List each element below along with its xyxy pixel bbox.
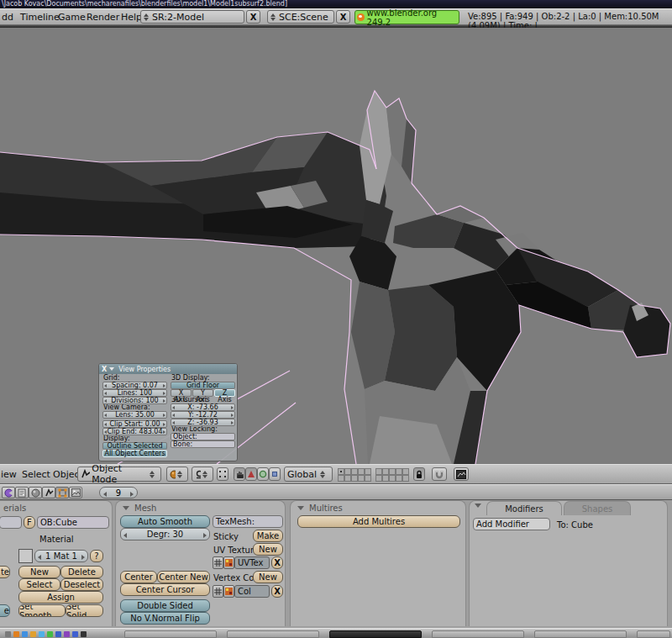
task-button-active[interactable] [329,630,422,638]
viewport-3d[interactable]: X View Properties Grid: Spacing: 0.07 Li… [0,28,672,464]
pivot-selector[interactable] [192,467,213,482]
view-properties-panel[interactable]: X View Properties Grid: Spacing: 0.07 Li… [98,363,238,461]
menu-timeline[interactable]: Timeline [20,12,60,23]
uvtex-name-field[interactable]: UVTex [234,556,270,569]
render-preview-button[interactable] [454,467,469,481]
manipulator-axes-button[interactable] [217,467,228,481]
material-assign-button[interactable]: Assign [18,591,103,604]
mode-selector[interactable]: Object Mode [77,467,161,482]
window-titlebar[interactable]: \Jacob Kovac\Documents\mecharenafiles\bl… [0,0,672,8]
taskbar-icon[interactable] [5,631,11,637]
scene-context-button[interactable] [69,487,82,498]
z-axis-toggle[interactable]: Z Axis [214,389,235,397]
lens-field[interactable]: Lens: 35.00 [102,411,167,419]
center-new-button[interactable]: Center New [157,571,210,583]
grid-glyph-icon[interactable] [213,585,223,598]
context-number-field[interactable]: 9 [99,487,138,498]
task-button[interactable] [637,630,670,638]
taskbar[interactable] [0,628,672,638]
layer-grid-2[interactable] [375,468,409,482]
manipulator-hand-button[interactable] [234,467,245,481]
material-select-button[interactable]: Select [18,578,60,591]
taskbar-icon[interactable] [72,631,78,637]
task-button[interactable] [124,630,217,638]
shading-context-button[interactable] [29,487,42,498]
scene-close-button[interactable]: X [336,10,350,24]
lock-layers-button[interactable] [413,467,425,481]
panel-collapse-icon[interactable] [109,367,114,371]
screen-close-button[interactable]: X [246,10,260,24]
clip-start-field[interactable]: Clip Start: 0.00 [102,420,167,428]
cut-delete-button[interactable]: te [0,566,10,578]
grid-floor-toggle[interactable]: Grid Floor [171,382,235,389]
logic-context-button[interactable] [2,487,15,498]
panel-close-icon[interactable]: X [102,366,107,373]
task-button[interactable] [534,630,627,638]
material-color-swatch[interactable] [18,549,33,563]
task-button[interactable] [432,630,524,638]
center-cursor-button[interactable]: Center Cursor [120,583,210,596]
x-axis-toggle[interactable]: X Axis [171,389,192,397]
menu-add[interactable]: dd [2,12,13,23]
center-button[interactable]: Center [120,571,157,583]
taskbar-icon[interactable] [64,631,70,637]
screen-selector[interactable]: SR:2-Model [140,10,244,24]
material-index-field[interactable]: 1 Mat 1 [34,550,88,562]
col-delete-button[interactable]: X [271,585,283,598]
materials-panel-header[interactable]: erials [3,504,26,513]
cursor-x-field[interactable]: X: -73.66 [171,403,235,411]
image-glyph-icon[interactable] [223,556,234,569]
add-multires-button[interactable]: Add Multires [297,515,460,528]
cursor-y-field[interactable]: Y: -12.72 [171,411,235,419]
material-delete-button[interactable]: Delete [60,566,103,578]
menu-select[interactable]: Select [22,469,50,480]
menu-render[interactable]: Render [87,12,119,23]
manipulator-translate-button[interactable] [245,467,257,481]
view-properties-header[interactable]: X View Properties [99,364,237,374]
material-help-button[interactable]: ? [90,550,103,562]
script-context-button[interactable] [15,487,29,498]
me-field-fragment[interactable] [0,516,22,529]
draw-type-selector[interactable] [166,467,188,482]
set-smooth-button[interactable]: Set Smooth [18,604,66,617]
orientation-selector[interactable]: Global [284,467,333,482]
uv-texture-new-button[interactable]: New [253,543,283,556]
taskbar-icon[interactable] [13,631,19,637]
multires-panel-header[interactable]: Multires [297,504,343,513]
clip-end-field[interactable]: Clip End: 483.04 [102,428,167,435]
double-sided-toggle[interactable]: Double Sided [120,599,210,612]
taskbar-icon[interactable] [22,631,28,637]
taskbar-icon[interactable] [39,631,45,637]
sticky-make-button[interactable]: Make [253,530,283,542]
mesh-panel-header[interactable]: Mesh [123,504,156,513]
menu-game[interactable]: Game [58,12,86,23]
no-vnormal-flip-toggle[interactable]: No V.Normal Flip [120,612,210,625]
taskbar-icon[interactable] [81,631,87,637]
col-name-field[interactable]: Col [234,585,270,598]
object-context-button[interactable] [42,487,55,498]
cursor-z-field[interactable]: Z: -36.93 [171,419,235,426]
grid-spacing-field[interactable]: Spacing: 0.07 [102,382,167,389]
texmesh-field[interactable]: TexMesh: [213,515,283,528]
material-new-button[interactable]: New [18,566,60,578]
fake-user-button[interactable]: F [24,516,35,529]
uvtex-delete-button[interactable]: X [271,556,283,569]
tab-shapes[interactable]: Shapes [564,501,631,515]
degr-field[interactable]: Degr: 30 [120,528,210,540]
editing-context-button[interactable] [55,487,69,498]
taskbar-icon[interactable] [55,631,61,637]
manipulator-scale-button[interactable] [269,467,281,481]
add-modifier-dropdown[interactable]: Add Modifier [473,518,550,530]
layer-grid-1[interactable] [338,468,371,482]
grid-glyph-icon[interactable] [213,556,223,569]
grid-divisions-field[interactable]: Divisions: 100 [102,397,167,404]
blender-version-badge[interactable]: www.blender.org 249.2 [354,10,459,24]
set-solid-button[interactable]: Set Solid [66,604,103,617]
cut-toggle-button[interactable]: e [0,604,10,617]
tab-modifiers[interactable]: Modifiers [486,501,562,515]
lock-bone-field[interactable]: Bone: [171,440,235,448]
taskbar-icon[interactable] [47,631,53,637]
y-axis-toggle[interactable]: Y Axis [192,389,213,397]
material-deselect-button[interactable]: Deselect [60,578,103,591]
menu-help[interactable]: Help [121,12,142,23]
